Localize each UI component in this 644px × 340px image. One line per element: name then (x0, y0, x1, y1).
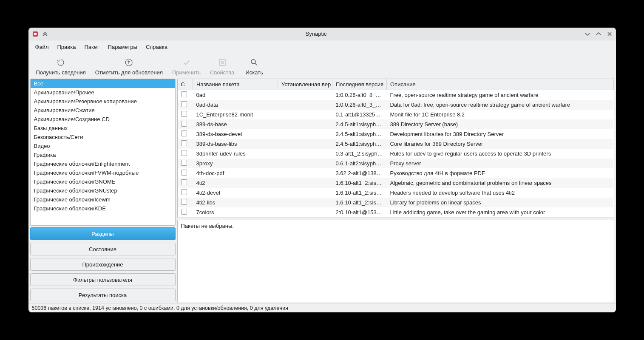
table-row[interactable]: 389-ds-base2.4.5-alt1:sisyphus+33389 Dir… (178, 119, 614, 129)
category-item[interactable]: Все (31, 79, 175, 88)
menu-package[interactable]: Пакет (81, 42, 102, 52)
pkg-installed (278, 207, 332, 217)
table-row[interactable]: 0ad-data1:0.0.26-alt0_3_alpha:sData for … (178, 100, 614, 110)
package-table: С Название пакета Установленная вер Посл… (178, 79, 614, 218)
category-item[interactable]: Архивирование/Резервное копирование (31, 97, 175, 106)
pkg-desc: Free, open-source realtime strategy game… (387, 90, 614, 100)
category-list[interactable]: ВсеАрхивирование/ПрочееАрхивирование/Рез… (30, 79, 176, 226)
category-item[interactable]: Графические оболочки/KDE (31, 204, 175, 213)
category-item[interactable]: Графические оболочки/Enlightenment (31, 159, 175, 168)
close-button[interactable] (607, 31, 613, 37)
search-button[interactable]: Искать (239, 56, 269, 77)
pkg-latest: 2.15.6-alt1:sisyphus+3 (332, 217, 387, 218)
apply-icon (182, 57, 191, 68)
status-text: 50036 пакетов в списке, 1914 установлено… (32, 305, 289, 311)
col-latest[interactable]: Последняя версия (332, 79, 387, 90)
category-item[interactable]: Видео (31, 142, 175, 150)
category-item[interactable]: Графические оболочки/GNUstep (31, 186, 175, 195)
package-checkbox[interactable] (181, 209, 187, 215)
pkg-latest: 2:0.10-alt1@15305558 (332, 207, 387, 217)
pkg-latest: 2.4.5-alt1:sisyphus+33 (332, 139, 387, 149)
pkg-name: 389-ds-base (193, 119, 278, 129)
view-search-button[interactable]: Результаты поиска (30, 289, 176, 301)
pkg-latest: 0.6.1-alt2:sisyphus+26 (332, 159, 387, 168)
maximize-button[interactable] (596, 31, 601, 37)
package-checkbox[interactable] (181, 160, 187, 166)
package-checkbox[interactable] (181, 130, 187, 136)
col-installed[interactable]: Установленная вер (278, 79, 332, 90)
col-status[interactable]: С (178, 79, 193, 90)
col-description[interactable]: Описание (387, 79, 614, 90)
category-item[interactable]: Графические оболочки/Icewm (31, 195, 175, 204)
package-table-container[interactable]: С Название пакета Установленная вер Посл… (177, 79, 614, 218)
table-row[interactable]: 3proxy0.6.1-alt2:sisyphus+26Proxy server (178, 159, 614, 168)
mark-upgrades-button[interactable]: Отметить для обновления (91, 56, 167, 77)
package-checkbox[interactable] (181, 91, 187, 97)
view-sections-button[interactable]: Разделы (30, 227, 176, 240)
pkg-desc: Core libraries for 389 Directory Server (387, 139, 614, 149)
package-checkbox[interactable] (181, 199, 187, 205)
pkg-installed (278, 119, 332, 129)
table-row[interactable]: 389-ds-base-devel2.4.5-alt1:sisyphus+33D… (178, 129, 614, 139)
category-item[interactable]: Базы данных (31, 124, 175, 133)
minimize-button[interactable] (584, 31, 590, 37)
pkg-installed (278, 159, 332, 168)
pkg-latest: 2.4.5-alt1:sisyphus+33 (332, 119, 387, 129)
table-row[interactable]: 4ti2-libs1.6.10-alt1_2:sisyphusLibrary f… (178, 198, 614, 207)
package-checkbox[interactable] (181, 140, 187, 146)
toolbar: Получить сведения Отметить для обновлени… (28, 53, 616, 79)
pkg-desc: Data for 0ad: free, open-source realtime… (387, 100, 614, 110)
svg-point-7 (251, 60, 255, 64)
table-row[interactable]: 7kaa2.15.6-alt1:sisyphus+3Seven Kingdoms… (178, 217, 614, 218)
reload-button[interactable]: Получить сведения (32, 56, 90, 77)
menu-file[interactable]: Файл (32, 42, 52, 52)
table-row[interactable]: 0ad1:0.0.26-alt0_8_alpha:sFree, open-sou… (178, 90, 614, 100)
pkg-name: 389-ds-base-libs (193, 139, 278, 149)
pkg-desc: Headers needed to develop software that … (387, 188, 614, 198)
pkg-name: 389-ds-base-devel (193, 129, 278, 139)
category-item[interactable]: Архивирование/Сжатие (31, 106, 175, 115)
package-checkbox[interactable] (181, 179, 187, 185)
table-row[interactable]: 4ti2-devel1.6.10-alt1_2:sisyphusHeaders … (178, 188, 614, 198)
table-row[interactable]: 4th-doc-pdf3.62.2-alt1@13837675Руководст… (178, 168, 614, 178)
col-name[interactable]: Название пакета (193, 79, 278, 90)
pkg-installed (278, 139, 332, 149)
table-row[interactable]: 389-ds-base-libs2.4.5-alt1:sisyphus+33Co… (178, 139, 614, 149)
right-panel: С Название пакета Установленная вер Посл… (177, 79, 614, 303)
category-item[interactable]: Графика (31, 150, 175, 159)
pkg-latest: 1:0.0.26-alt0_3_alpha:s (332, 100, 387, 110)
table-row[interactable]: 3dprinter-udev-rules0.3-alt1_2:sisyphus+… (178, 149, 614, 159)
package-checkbox[interactable] (181, 111, 187, 117)
category-item[interactable]: Безопасность/Сети (31, 133, 175, 142)
category-item[interactable]: Графические оболочки/GNOME (31, 177, 175, 186)
category-item[interactable]: Архивирование/Создание CD (31, 115, 175, 124)
pkg-installed (278, 188, 332, 198)
view-origin-button[interactable]: Происхождение (30, 258, 176, 271)
pkg-latest: 0.1-alt1@1332500649 (332, 110, 387, 119)
svg-line-8 (255, 63, 257, 65)
pkg-installed (278, 110, 332, 119)
properties-icon (218, 57, 227, 68)
package-checkbox[interactable] (181, 189, 187, 195)
package-checkbox[interactable] (181, 170, 187, 176)
menu-help[interactable]: Справка (142, 42, 171, 52)
view-custom-button[interactable]: Фильтры пользователя (30, 273, 176, 286)
view-status-button[interactable]: Состояние (30, 243, 176, 255)
category-item[interactable]: Архивирование/Прочее (31, 88, 175, 97)
pkg-desc: Monit file for 1C Enterprise 8.2 (387, 110, 614, 119)
package-checkbox[interactable] (181, 121, 187, 127)
table-row[interactable]: 7colors2:0.10-alt1@15305558Little addict… (178, 207, 614, 217)
pkg-latest: 1.6.10-alt1_2:sisyphus (332, 178, 387, 188)
package-checkbox[interactable] (181, 150, 187, 156)
category-item[interactable]: Графические оболочки/FVWM-подобные (31, 168, 175, 177)
shade-button[interactable] (42, 31, 48, 37)
properties-button: Свойства (206, 56, 238, 77)
pkg-name: 4ti2 (193, 178, 278, 188)
table-row[interactable]: 1C_Enterprise82-monit0.1-alt1@1332500649… (178, 110, 614, 119)
package-checkbox[interactable] (181, 101, 187, 107)
menu-edit[interactable]: Правка (54, 42, 79, 52)
table-row[interactable]: 4ti21.6.10-alt1_2:sisyphusAlgebraic, geo… (178, 178, 614, 188)
pkg-name: 1C_Enterprise82-monit (193, 110, 278, 119)
menu-settings[interactable]: Параметры (105, 42, 141, 52)
app-window: Synaptic Файл Правка Пакет Параметры Спр… (28, 28, 616, 312)
